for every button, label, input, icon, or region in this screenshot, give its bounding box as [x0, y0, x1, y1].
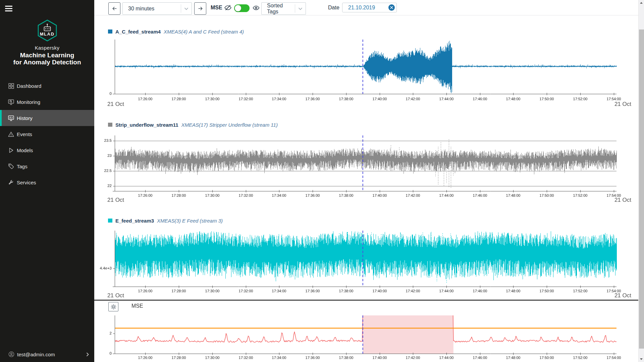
date-label-left: 21 Oct	[107, 197, 145, 203]
legend-square-icon	[108, 29, 112, 34]
interval-value: 30 minutes	[128, 6, 154, 12]
chevron-down-icon	[298, 7, 303, 10]
chart-canvas-a-c-feed-stream4[interactable]	[97, 38, 644, 105]
close-icon	[390, 6, 393, 9]
mlad-logo: MLAD	[0, 19, 94, 42]
legend-square-icon	[108, 123, 112, 127]
triangle-down-icon	[640, 358, 643, 360]
sidebar-item-label: Dashboard	[17, 83, 41, 89]
sorted-tags-value: Sorted Tags	[267, 3, 295, 15]
sidebar-item-services[interactable]: Services	[0, 174, 94, 190]
sidebar-item-events[interactable]: Events	[0, 126, 94, 142]
mse-visibility-toggle[interactable]	[234, 4, 250, 12]
arrow-right-icon	[198, 6, 203, 11]
sidebar: MLAD Kaspersky Machine Learning for Anom…	[0, 0, 94, 362]
mse-panel-label: MSE	[131, 303, 143, 309]
hexagon-logo-icon	[37, 19, 57, 42]
chart-subtitle: XMEAS(17) Stripper Underflow (stream 11)	[181, 122, 278, 128]
chart-canvas-e-feed-stream3[interactable]	[97, 229, 644, 296]
sidebar-item-dashboard[interactable]: Dashboard	[0, 78, 94, 94]
vertical-scrollbar[interactable]	[638, 0, 644, 362]
monitoring-icon	[8, 99, 14, 105]
dashboard-icon	[8, 83, 14, 89]
select-divider	[181, 4, 181, 13]
user-email: test@admin.com	[17, 352, 55, 357]
date-label-right: 21 Oct	[594, 292, 631, 299]
sidebar-item-label: Models	[17, 147, 33, 153]
brand-kaspersky: Kaspersky	[0, 45, 94, 51]
scroll-up-button[interactable]	[639, 0, 644, 6]
date-input[interactable]: 21.10.2019	[342, 3, 397, 12]
toolbar: 30 minutes MSE	[94, 0, 638, 15]
prev-interval-button[interactable]	[108, 2, 120, 15]
sidebar-item-label: Tags	[17, 164, 28, 169]
scroll-down-button[interactable]	[639, 356, 644, 362]
main-content: 30 minutes MSE	[94, 0, 644, 362]
models-icon	[8, 147, 14, 153]
chart-header-e-feed: E_feed_stream3 XMEAS(3) E Feed (stream 3…	[108, 217, 223, 224]
logo-label: MLAD	[0, 32, 94, 37]
arrow-left-icon	[112, 6, 117, 11]
brand-line2: Machine Learning	[0, 52, 94, 59]
history-icon	[8, 115, 14, 121]
tags-icon	[8, 163, 14, 169]
date-label-left: 21 Oct	[107, 101, 145, 108]
user-avatar-icon	[8, 351, 14, 357]
interval-select[interactable]: 30 minutes	[122, 2, 192, 15]
legend-square-icon	[108, 219, 112, 223]
sidebar-item-monitoring[interactable]: Monitoring	[0, 94, 94, 110]
date-label-left: 21 Oct	[107, 292, 145, 299]
sidebar-item-label: Events	[17, 131, 32, 137]
sidebar-item-label: Services	[17, 180, 36, 185]
sidebar-item-history[interactable]: History	[0, 110, 94, 126]
mse-settings-button[interactable]	[108, 302, 118, 311]
menu-toggle-button[interactable]	[5, 6, 12, 11]
chart-header-strip-underflow: Strip_underflow_stream11 XMEAS(17) Strip…	[108, 121, 278, 128]
chart-canvas-strip-underflow-stream11[interactable]	[97, 134, 644, 200]
sorted-tags-select[interactable]: Sorted Tags	[261, 2, 306, 15]
services-icon	[8, 179, 14, 185]
chart-header-a-c-feed: A_C_feed_stream4 XMEAS(4) A and C Feed (…	[108, 28, 244, 35]
mse-toggle-label: MSE	[211, 0, 222, 15]
brand-line3: for Anomaly Detection	[0, 59, 94, 66]
toggle-knob	[235, 5, 241, 11]
sidebar-item-label: Monitoring	[17, 99, 40, 105]
chart-canvas-mse[interactable]	[97, 314, 644, 362]
triangle-up-icon	[640, 2, 643, 4]
chevron-down-icon	[184, 7, 189, 10]
date-label-right: 21 Oct	[594, 197, 631, 203]
chart-title: Strip_underflow_stream11	[115, 122, 178, 128]
chevron-right-icon	[86, 352, 89, 357]
next-interval-button[interactable]	[194, 2, 206, 15]
sidebar-item-models[interactable]: Models	[0, 142, 94, 158]
gear-icon	[111, 304, 116, 310]
date-label: Date	[328, 0, 339, 15]
brand-text: Kaspersky Machine Learning for Anomaly D…	[0, 45, 94, 66]
date-value: 21.10.2019	[348, 5, 375, 11]
scrollbar-thumb[interactable]	[639, 29, 644, 349]
chart-subtitle: XMEAS(3) E Feed (stream 3)	[157, 218, 223, 224]
date-label-right: 21 Oct	[594, 101, 631, 108]
user-account-button[interactable]: test@admin.com	[0, 347, 94, 362]
sidebar-item-tags[interactable]: Tags	[0, 158, 94, 174]
clear-date-button[interactable]	[388, 4, 395, 11]
chart-subtitle: XMEAS(4) A and C Feed (stream 4)	[164, 29, 244, 35]
events-icon	[8, 131, 14, 137]
mse-panel-divider	[94, 300, 638, 301]
select-divider	[295, 4, 295, 13]
sidebar-nav: Dashboard Monitoring	[0, 78, 94, 190]
chart-title: A_C_feed_stream4	[115, 29, 161, 35]
eye-off-icon[interactable]	[224, 4, 232, 11]
chart-title: E_feed_stream3	[115, 218, 154, 224]
sidebar-item-label: History	[17, 115, 33, 121]
app-root: MLAD Kaspersky Machine Learning for Anom…	[0, 0, 644, 362]
eye-icon[interactable]	[253, 5, 260, 11]
